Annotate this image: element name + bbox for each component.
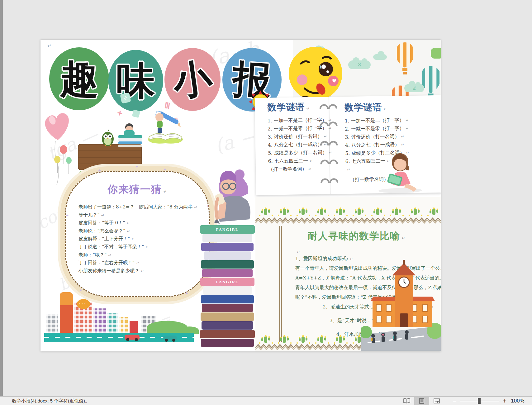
zoom-slider[interactable] (460, 401, 499, 401)
owl-icon (101, 130, 115, 146)
book-spine: FANGIRL (200, 225, 255, 234)
title-circle-2: 味 (108, 50, 163, 112)
balloon-icon (66, 157, 72, 164)
read-mode-button[interactable] (399, 397, 414, 405)
riddles-column-left: 数学谜语↵ 1. 一加一不是二（打一字）↵2. 一减一不是零（打一字）↵3. 讨… (267, 101, 330, 174)
divide-symbol-badge: ÷ (120, 93, 131, 104)
balloon-icon (54, 156, 60, 163)
guess-story: 老师出了一道题：8÷2=？ 随后问大家：“8 分为两半↵等于几？”↵皮皮回答：“… (78, 203, 209, 275)
guess-title: 你来猜一猜↵ (60, 183, 214, 197)
book-spine (202, 234, 252, 242)
book-stack-illustration: FANGIRL FANGIRL (198, 164, 257, 351)
riddles-left-title: 数学谜语 (267, 102, 305, 112)
print-layout-button[interactable] (414, 397, 429, 405)
riddles-notebook-panel: 数学谜语↵ 1. 一加一不是二（打一字）↵2. 一减一不是零（打一字）↵3. 讨… (255, 95, 441, 195)
car-icon (125, 335, 140, 340)
book-spine (201, 312, 254, 321)
title-circle-3: 小 (164, 48, 221, 111)
book-spine (201, 295, 254, 303)
riddles-right-title: 数学谜语 (344, 102, 382, 112)
book-spine: FANGIRL (200, 278, 254, 286)
book-spine (201, 339, 254, 347)
stacked-books: FANGIRL FANGIRL (198, 225, 257, 347)
zigzag-border (255, 219, 441, 224)
hot-air-balloon-icon (395, 42, 415, 75)
cactus-border-icon (257, 207, 439, 217)
book-spine (201, 243, 254, 251)
book-spine (200, 330, 255, 338)
tree-icon (431, 48, 441, 59)
zoom-level[interactable]: 100% (508, 398, 528, 404)
book-spine (202, 304, 253, 312)
book-pile (118, 135, 142, 148)
book-spine (202, 269, 253, 277)
document-page[interactable]: tga —(a−bcosα = 1√bb²(a −x²(ab = ↵ 3 2 趣… (40, 40, 441, 351)
zoom-out-button[interactable]: − (452, 398, 458, 405)
car-icon (163, 336, 177, 340)
cloud-icon (373, 54, 387, 60)
balloon-icon (60, 145, 67, 154)
guess-section: ✦✦✦ ✦✦✦✦ 你来猜一猜↵ 老师出了一道题：8÷2=？ 随后问大家：“8 分… (60, 166, 214, 302)
metaphor-title: 耐人寻味的数学比喻↵ (283, 230, 430, 243)
window-left-edge (0, 0, 3, 396)
speech-bubble-icon (77, 299, 90, 309)
open-book-boy-illustration (145, 104, 186, 151)
book-spine (202, 321, 253, 330)
zoom-slider-handle[interactable] (478, 398, 481, 404)
title-circle-1: 趣 (49, 47, 109, 110)
girl-on-books-icon (200, 166, 255, 227)
book-spine (204, 251, 251, 260)
zoom-in-button[interactable]: + (501, 398, 508, 405)
paragraph-mark: ↵ (47, 43, 51, 49)
reading-girl-icon (373, 145, 427, 193)
status-bar: 数学小报(4).docx: 5 个字符(近似值)。 − + 100% (0, 396, 532, 405)
cloud-number-2: 2 (404, 84, 424, 92)
cloud-number-3: 3 (348, 60, 371, 69)
school-illustration (361, 254, 441, 351)
web-layout-button[interactable] (429, 397, 444, 405)
document-info: 数学小报(4).docx: 5 个字符(近似值)。 (12, 398, 90, 404)
double-line-border (279, 226, 282, 342)
cube-decoration (132, 110, 140, 118)
book-spine (203, 286, 252, 295)
city-skyline-illustration (44, 285, 194, 351)
book-spine (201, 260, 254, 269)
